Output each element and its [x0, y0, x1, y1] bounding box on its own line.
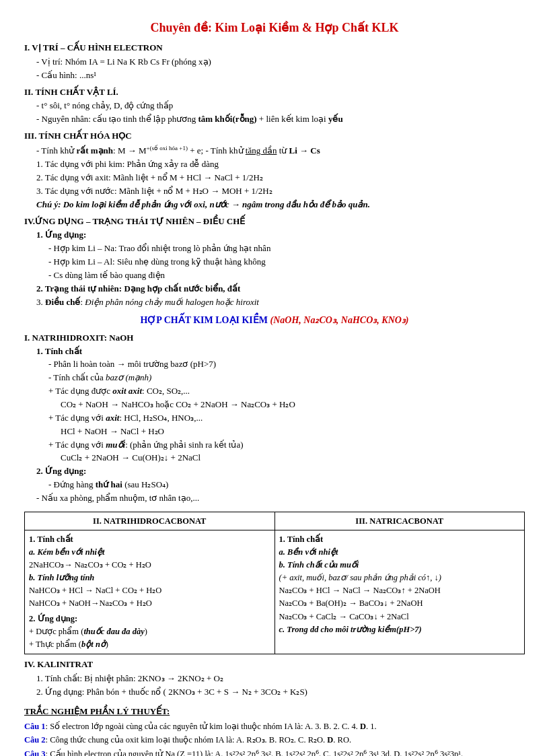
item3: 3. Tác dụng với nước: Mãnh liệt + nổ M +… — [36, 185, 525, 198]
section-iv-header: IV.ỨNG DỤNG – TRẠNG THÁI TỰ NHIÊN – ĐIỀU… — [24, 215, 525, 228]
hop-chat-title-text: HỢP CHẤT KIM LOẠI KIỀM — [140, 315, 268, 325]
eq1: CO₂ + NaOH → NaHCO₃ hoặc CO₂ + 2NaOH → N… — [61, 399, 525, 411]
tac-dung-axit: + Tác dụng với axit: HCl, H₂SO₄, HNO₃,..… — [48, 412, 525, 425]
ud3: - Cs dùng làm tế bào quang điện — [48, 269, 525, 282]
page-container: Chuyên đề: Kim Loại Kiềm & Hợp Chất KLK … — [24, 19, 525, 756]
hop-chat-title-block: HỢP CHẤT KIM LOẠI KIỀM (NaOH, Na₂CO₃, Na… — [24, 314, 525, 327]
vatli-line2: - Nguyên nhân: cấu tạo tinh thể lập phươ… — [36, 113, 525, 126]
natri-header: I. NATRIHIDROXIT: NaOH — [24, 332, 525, 345]
col1-header: II. NATRIHIDROCACBONAT — [25, 512, 275, 530]
section-i-header: I. VỊ TRÍ – CẤU HÌNH ELECTRON — [24, 42, 525, 55]
col2-header: III. NATRICACBONAT — [274, 512, 525, 530]
item2: 2. Tác dụng với axit: Mãnh liệt + nổ M +… — [36, 172, 525, 184]
ud1: - Hợp kim Li – Na: Trao đổi nhiệt trong … — [48, 242, 525, 255]
kali-header: IV. KALINITRAT — [24, 658, 525, 671]
tinh-khu: - Tính khử rất mạnh: M → M+(số oxi hóa +… — [36, 144, 525, 158]
section-ii-header: II. TÍNH CHẤT VẬT LÍ. — [24, 86, 525, 99]
dieche-label: 3. Điều chế: Điện phân nóng chảy muối ha… — [36, 296, 525, 309]
page-title: Chuyên đề: Kim Loại Kiềm & Hợp Chất KLK — [24, 19, 525, 36]
trangthai-label: 2. Trạng thái tự nhiên: Dạng hợp chất nư… — [36, 283, 525, 296]
phanli: - Phân li hoàn toàn → môi trường bazơ (p… — [48, 358, 525, 371]
trac-nghiem-header: TRẮC NGHIỆM PHẦN LÝ THUYẾT: — [24, 706, 525, 718]
col2-content: 1. Tính chất a. Bền với nhiệt b. Tính ch… — [274, 530, 525, 654]
tinh-bazo: - Tính chất của bazơ (mạnh) — [48, 372, 525, 384]
col1-content: 1. Tính chất a. Kém bền với nhiệt 2NaHCO… — [25, 530, 275, 654]
cau3: Câu 3: Cấu hình electron của nguyên tử N… — [24, 748, 525, 756]
hop-chat-formula: (NaOH, Na₂CO₃, NaHCO₃, KNO₃) — [270, 315, 409, 325]
cau2: Câu 2: Công thức chung của oxit kim loại… — [24, 734, 525, 746]
ud2: - Hợp kim Li – Al: Siêu nhẹ dùng trong k… — [48, 256, 525, 269]
natri-ud-label: 2. Ứng dụng: — [36, 465, 525, 478]
note-iii: Chú ý: Do kim loại kiềm dễ phản ứng với … — [36, 199, 525, 211]
natri-ud1: - Đứng hàng thứ hai (sau H₂SO₄) — [48, 479, 525, 491]
item1: 1. Tác dụng với phi kim: Phản ứng xảy ra… — [36, 158, 525, 171]
tac-dung-muoi: + Tác dụng với muối: (phản ứng phải sinh… — [48, 439, 525, 452]
natricacbonat-table: II. NATRIHIDROCACBONAT III. NATRICACBONA… — [24, 512, 525, 654]
vitri-line: - Vị trí: Nhóm IA = Li Na K Rb Cs Fr (ph… — [36, 56, 525, 69]
vatli-line1: - t° sôi, t° nóng chảy, D, độ cứng thấp — [36, 100, 525, 112]
natri-ud2: - Nấu xa phòng, phẩm nhuộm, tơ nhân tạo,… — [36, 492, 525, 505]
eq3: CuCl₂ + 2NaOH → Cu(OH)₂↓ + 2NaCl — [61, 452, 525, 465]
kali-ud: 2. Ứng dụng: Phân bón + thuốc nổ ( 2KNO₃… — [36, 686, 525, 699]
cau1: Câu 1: Số electron lớp ngoài cùng của cá… — [24, 720, 525, 732]
cauhinh-line: - Cấu hình: ...ns¹ — [36, 69, 525, 82]
eq2: HCl + NaOH → NaCl + H₂O — [61, 425, 525, 438]
ungdung-label: 1. Ứng dụng: — [36, 229, 525, 242]
section-iii-header: III. TÍNH CHẤT HÓA HỌC — [24, 130, 525, 143]
kali-tc: 1. Tính chất: Bị nhiệt phân: 2KNO₃ → 2KN… — [36, 673, 525, 685]
natri-tc-label: 1. Tính chất — [36, 345, 525, 358]
tac-dung-oxit: + Tác dụng được oxit axit: CO₂, SO₂,... — [48, 385, 525, 398]
